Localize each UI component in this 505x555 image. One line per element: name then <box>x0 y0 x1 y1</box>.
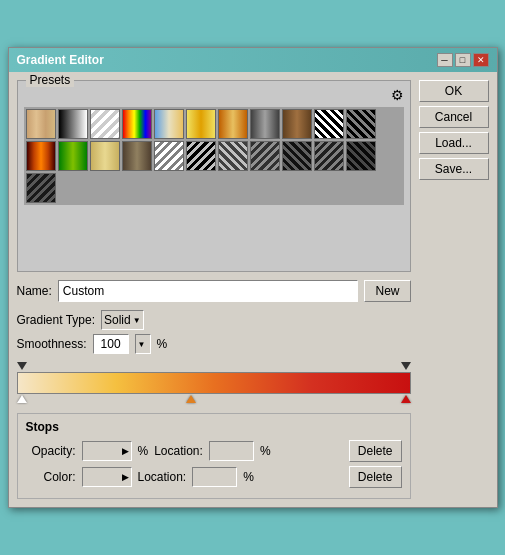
presets-grid <box>24 107 404 205</box>
stops-group: Stops Opacity: ▶ % Location: % Delete Co… <box>17 413 411 499</box>
smoothness-percent: % <box>157 337 168 351</box>
color-location-input[interactable] <box>192 467 237 487</box>
preset-item[interactable] <box>282 109 312 139</box>
color-arrow-icon: ▶ <box>122 472 129 482</box>
save-button[interactable]: Save... <box>419 158 489 180</box>
stops-label: Stops <box>26 420 402 434</box>
preset-item[interactable] <box>58 141 88 171</box>
select-arrow-icon: ▼ <box>133 316 141 325</box>
name-input[interactable] <box>58 280 359 302</box>
preset-item[interactable] <box>26 173 56 203</box>
name-row: Name: New <box>17 280 411 302</box>
preset-item[interactable] <box>90 109 120 139</box>
presets-label: Presets <box>26 73 75 87</box>
opacity-stop-left[interactable] <box>17 362 27 370</box>
preset-item[interactable] <box>90 141 120 171</box>
ok-button[interactable]: OK <box>419 80 489 102</box>
color-stop-right[interactable] <box>401 395 411 403</box>
preset-item[interactable] <box>122 109 152 139</box>
preset-item[interactable] <box>58 109 88 139</box>
top-markers-area <box>17 360 411 372</box>
gradient-type-value: Solid <box>104 313 131 327</box>
gear-icon[interactable]: ⚙ <box>391 87 404 103</box>
preset-item[interactable] <box>250 109 280 139</box>
preset-item[interactable] <box>314 141 344 171</box>
minimize-button[interactable]: ─ <box>437 53 453 67</box>
bottom-markers-area <box>17 395 411 409</box>
opacity-location-input[interactable] <box>209 441 254 461</box>
color-stop-left[interactable] <box>17 395 27 403</box>
preset-item[interactable] <box>314 109 344 139</box>
delete-opacity-button[interactable]: Delete <box>349 440 402 462</box>
cancel-button[interactable]: Cancel <box>419 106 489 128</box>
right-panel: OK Cancel Load... Save... <box>419 80 489 499</box>
preset-item[interactable] <box>154 141 184 171</box>
opacity-percent: % <box>138 444 149 458</box>
close-button[interactable]: ✕ <box>473 53 489 67</box>
new-button[interactable]: New <box>364 280 410 302</box>
load-button[interactable]: Load... <box>419 132 489 154</box>
preset-item[interactable] <box>186 141 216 171</box>
opacity-color-box[interactable]: ▶ <box>82 441 132 461</box>
gradient-section <box>17 360 411 409</box>
preset-item[interactable] <box>186 109 216 139</box>
presets-header: ⚙ <box>24 87 404 103</box>
left-panel: Presets ⚙ <box>17 80 411 499</box>
color-location-percent: % <box>243 470 254 484</box>
maximize-button[interactable]: □ <box>455 53 471 67</box>
title-bar-controls: ─ □ ✕ <box>437 53 489 67</box>
smoothness-label: Smoothness: <box>17 337 87 351</box>
delete-color-button[interactable]: Delete <box>349 466 402 488</box>
opacity-arrow-icon: ▶ <box>122 446 129 456</box>
opacity-stop-right[interactable] <box>401 362 411 370</box>
preset-item[interactable] <box>122 141 152 171</box>
opacity-stop-row: Opacity: ▶ % Location: % Delete <box>26 440 402 462</box>
gradient-bar-container <box>17 372 411 394</box>
color-location-label: Location: <box>138 470 187 484</box>
smoothness-arrow-icon: ▼ <box>138 340 146 349</box>
preset-item[interactable] <box>154 109 184 139</box>
gradient-editor-dialog: Gradient Editor ─ □ ✕ Presets ⚙ <box>8 47 498 508</box>
gradient-bar[interactable] <box>17 372 411 394</box>
opacity-location-percent: % <box>260 444 271 458</box>
smoothness-stepper[interactable]: ▼ <box>135 334 151 354</box>
color-stop-row: Color: ▶ Location: % Delete <box>26 466 402 488</box>
color-label: Color: <box>26 470 76 484</box>
name-label: Name: <box>17 284 52 298</box>
dialog-body: Presets ⚙ <box>9 72 497 507</box>
preset-item[interactable] <box>346 109 376 139</box>
gradient-type-select[interactable]: Solid ▼ <box>101 310 144 330</box>
title-bar-text: Gradient Editor <box>17 53 104 67</box>
smoothness-input[interactable] <box>93 334 129 354</box>
presets-empty-area <box>24 205 404 265</box>
preset-item[interactable] <box>26 109 56 139</box>
presets-group: Presets ⚙ <box>17 80 411 272</box>
title-bar: Gradient Editor ─ □ ✕ <box>9 48 497 72</box>
preset-item[interactable] <box>282 141 312 171</box>
opacity-location-label: Location: <box>154 444 203 458</box>
gradient-type-row: Gradient Type: Solid ▼ <box>17 310 411 330</box>
preset-item[interactable] <box>218 109 248 139</box>
color-swatch-box[interactable]: ▶ <box>82 467 132 487</box>
preset-item[interactable] <box>26 141 56 171</box>
smoothness-row: Smoothness: ▼ % <box>17 334 411 354</box>
preset-item[interactable] <box>250 141 280 171</box>
preset-item[interactable] <box>218 141 248 171</box>
gradient-type-label: Gradient Type: <box>17 313 96 327</box>
preset-item[interactable] <box>346 141 376 171</box>
opacity-label: Opacity: <box>26 444 76 458</box>
color-stop-middle[interactable] <box>186 395 196 403</box>
